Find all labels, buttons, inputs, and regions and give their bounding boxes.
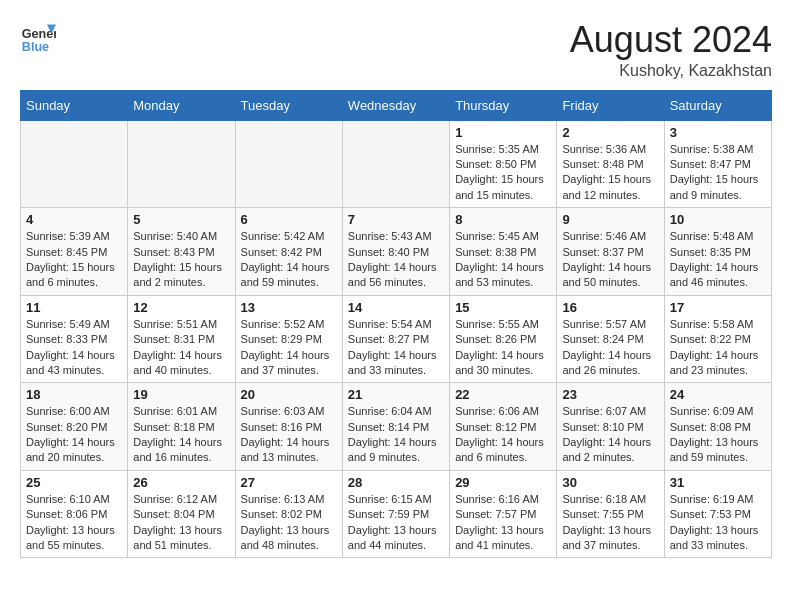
calendar-cell: 8Sunrise: 5:45 AM Sunset: 8:38 PM Daylig… [450, 208, 557, 296]
day-info: Sunrise: 5:46 AM Sunset: 8:37 PM Dayligh… [562, 229, 658, 291]
day-number: 11 [26, 300, 122, 315]
day-info: Sunrise: 6:12 AM Sunset: 8:04 PM Dayligh… [133, 492, 229, 554]
calendar-cell: 13Sunrise: 5:52 AM Sunset: 8:29 PM Dayli… [235, 295, 342, 383]
day-number: 14 [348, 300, 444, 315]
calendar-cell: 29Sunrise: 6:16 AM Sunset: 7:57 PM Dayli… [450, 470, 557, 558]
day-info: Sunrise: 6:16 AM Sunset: 7:57 PM Dayligh… [455, 492, 551, 554]
day-info: Sunrise: 6:09 AM Sunset: 8:08 PM Dayligh… [670, 404, 766, 466]
day-info: Sunrise: 5:49 AM Sunset: 8:33 PM Dayligh… [26, 317, 122, 379]
calendar-cell [128, 120, 235, 208]
calendar-cell: 12Sunrise: 5:51 AM Sunset: 8:31 PM Dayli… [128, 295, 235, 383]
day-info: Sunrise: 5:39 AM Sunset: 8:45 PM Dayligh… [26, 229, 122, 291]
day-info: Sunrise: 5:48 AM Sunset: 8:35 PM Dayligh… [670, 229, 766, 291]
day-info: Sunrise: 5:54 AM Sunset: 8:27 PM Dayligh… [348, 317, 444, 379]
day-number: 22 [455, 387, 551, 402]
title-block: August 2024 Kushoky, Kazakhstan [570, 20, 772, 80]
day-number: 9 [562, 212, 658, 227]
day-number: 1 [455, 125, 551, 140]
day-number: 12 [133, 300, 229, 315]
calendar-cell: 10Sunrise: 5:48 AM Sunset: 8:35 PM Dayli… [664, 208, 771, 296]
calendar-cell [342, 120, 449, 208]
day-info: Sunrise: 5:45 AM Sunset: 8:38 PM Dayligh… [455, 229, 551, 291]
location-subtitle: Kushoky, Kazakhstan [570, 62, 772, 80]
column-header-sunday: Sunday [21, 90, 128, 120]
day-number: 17 [670, 300, 766, 315]
page-header: General Blue August 2024 Kushoky, Kazakh… [20, 20, 772, 80]
day-number: 31 [670, 475, 766, 490]
day-info: Sunrise: 6:15 AM Sunset: 7:59 PM Dayligh… [348, 492, 444, 554]
column-header-thursday: Thursday [450, 90, 557, 120]
day-info: Sunrise: 6:03 AM Sunset: 8:16 PM Dayligh… [241, 404, 337, 466]
calendar-cell: 19Sunrise: 6:01 AM Sunset: 8:18 PM Dayli… [128, 383, 235, 471]
day-info: Sunrise: 5:35 AM Sunset: 8:50 PM Dayligh… [455, 142, 551, 204]
column-header-tuesday: Tuesday [235, 90, 342, 120]
calendar-cell: 22Sunrise: 6:06 AM Sunset: 8:12 PM Dayli… [450, 383, 557, 471]
column-header-saturday: Saturday [664, 90, 771, 120]
calendar-cell: 27Sunrise: 6:13 AM Sunset: 8:02 PM Dayli… [235, 470, 342, 558]
day-info: Sunrise: 6:00 AM Sunset: 8:20 PM Dayligh… [26, 404, 122, 466]
day-number: 19 [133, 387, 229, 402]
day-info: Sunrise: 6:19 AM Sunset: 7:53 PM Dayligh… [670, 492, 766, 554]
day-number: 28 [348, 475, 444, 490]
calendar-cell: 30Sunrise: 6:18 AM Sunset: 7:55 PM Dayli… [557, 470, 664, 558]
calendar-header-row: SundayMondayTuesdayWednesdayThursdayFrid… [21, 90, 772, 120]
day-number: 7 [348, 212, 444, 227]
calendar-cell: 9Sunrise: 5:46 AM Sunset: 8:37 PM Daylig… [557, 208, 664, 296]
day-info: Sunrise: 6:04 AM Sunset: 8:14 PM Dayligh… [348, 404, 444, 466]
calendar-cell: 1Sunrise: 5:35 AM Sunset: 8:50 PM Daylig… [450, 120, 557, 208]
day-info: Sunrise: 5:58 AM Sunset: 8:22 PM Dayligh… [670, 317, 766, 379]
day-info: Sunrise: 5:57 AM Sunset: 8:24 PM Dayligh… [562, 317, 658, 379]
calendar-week-row: 18Sunrise: 6:00 AM Sunset: 8:20 PM Dayli… [21, 383, 772, 471]
day-number: 8 [455, 212, 551, 227]
day-number: 5 [133, 212, 229, 227]
calendar-cell: 26Sunrise: 6:12 AM Sunset: 8:04 PM Dayli… [128, 470, 235, 558]
day-number: 20 [241, 387, 337, 402]
day-number: 10 [670, 212, 766, 227]
calendar-week-row: 4Sunrise: 5:39 AM Sunset: 8:45 PM Daylig… [21, 208, 772, 296]
day-number: 26 [133, 475, 229, 490]
calendar-week-row: 1Sunrise: 5:35 AM Sunset: 8:50 PM Daylig… [21, 120, 772, 208]
calendar-cell: 5Sunrise: 5:40 AM Sunset: 8:43 PM Daylig… [128, 208, 235, 296]
day-info: Sunrise: 5:43 AM Sunset: 8:40 PM Dayligh… [348, 229, 444, 291]
day-info: Sunrise: 5:38 AM Sunset: 8:47 PM Dayligh… [670, 142, 766, 204]
calendar-cell: 25Sunrise: 6:10 AM Sunset: 8:06 PM Dayli… [21, 470, 128, 558]
calendar-cell: 28Sunrise: 6:15 AM Sunset: 7:59 PM Dayli… [342, 470, 449, 558]
calendar-table: SundayMondayTuesdayWednesdayThursdayFrid… [20, 90, 772, 559]
day-number: 25 [26, 475, 122, 490]
day-info: Sunrise: 5:36 AM Sunset: 8:48 PM Dayligh… [562, 142, 658, 204]
day-number: 30 [562, 475, 658, 490]
calendar-cell: 14Sunrise: 5:54 AM Sunset: 8:27 PM Dayli… [342, 295, 449, 383]
day-number: 21 [348, 387, 444, 402]
day-number: 16 [562, 300, 658, 315]
calendar-cell: 6Sunrise: 5:42 AM Sunset: 8:42 PM Daylig… [235, 208, 342, 296]
column-header-friday: Friday [557, 90, 664, 120]
calendar-cell: 2Sunrise: 5:36 AM Sunset: 8:48 PM Daylig… [557, 120, 664, 208]
calendar-cell: 24Sunrise: 6:09 AM Sunset: 8:08 PM Dayli… [664, 383, 771, 471]
day-info: Sunrise: 6:01 AM Sunset: 8:18 PM Dayligh… [133, 404, 229, 466]
day-number: 27 [241, 475, 337, 490]
calendar-cell: 15Sunrise: 5:55 AM Sunset: 8:26 PM Dayli… [450, 295, 557, 383]
day-info: Sunrise: 5:42 AM Sunset: 8:42 PM Dayligh… [241, 229, 337, 291]
calendar-week-row: 25Sunrise: 6:10 AM Sunset: 8:06 PM Dayli… [21, 470, 772, 558]
calendar-cell: 20Sunrise: 6:03 AM Sunset: 8:16 PM Dayli… [235, 383, 342, 471]
day-number: 2 [562, 125, 658, 140]
day-number: 24 [670, 387, 766, 402]
column-header-wednesday: Wednesday [342, 90, 449, 120]
calendar-cell: 18Sunrise: 6:00 AM Sunset: 8:20 PM Dayli… [21, 383, 128, 471]
day-info: Sunrise: 6:13 AM Sunset: 8:02 PM Dayligh… [241, 492, 337, 554]
day-info: Sunrise: 6:10 AM Sunset: 8:06 PM Dayligh… [26, 492, 122, 554]
day-info: Sunrise: 6:07 AM Sunset: 8:10 PM Dayligh… [562, 404, 658, 466]
day-number: 18 [26, 387, 122, 402]
day-number: 23 [562, 387, 658, 402]
calendar-cell: 31Sunrise: 6:19 AM Sunset: 7:53 PM Dayli… [664, 470, 771, 558]
calendar-cell: 17Sunrise: 5:58 AM Sunset: 8:22 PM Dayli… [664, 295, 771, 383]
logo: General Blue [20, 20, 56, 56]
month-year-title: August 2024 [570, 20, 772, 60]
day-info: Sunrise: 5:40 AM Sunset: 8:43 PM Dayligh… [133, 229, 229, 291]
calendar-cell: 11Sunrise: 5:49 AM Sunset: 8:33 PM Dayli… [21, 295, 128, 383]
svg-text:Blue: Blue [22, 40, 49, 54]
day-number: 15 [455, 300, 551, 315]
column-header-monday: Monday [128, 90, 235, 120]
calendar-cell [21, 120, 128, 208]
calendar-cell: 16Sunrise: 5:57 AM Sunset: 8:24 PM Dayli… [557, 295, 664, 383]
